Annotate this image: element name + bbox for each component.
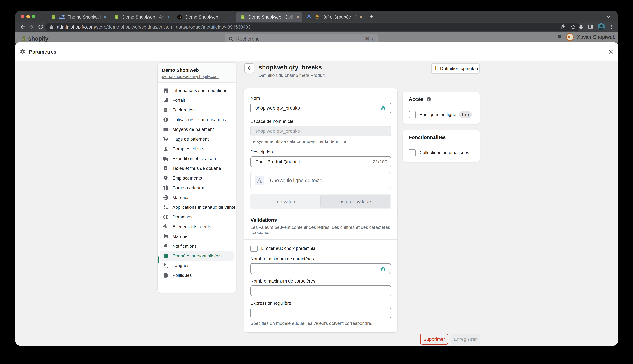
admin-user-avatar[interactable] (566, 33, 574, 41)
validations-subtitle: Les valeurs peuvent contenir des lettres… (251, 225, 391, 235)
forward-nav-icon[interactable] (28, 23, 36, 31)
svg-text:S: S (23, 37, 24, 40)
shop-domain-link[interactable]: demo-shopiweb.myshopify.com (162, 74, 219, 79)
password-extension-icon[interactable] (379, 104, 387, 112)
one-value-segment[interactable]: Une valeur (251, 194, 320, 209)
page-title: shopiweb.qty_breaks (259, 64, 322, 71)
delete-button[interactable]: Supprimer (420, 334, 448, 344)
browser-menu-kebab-icon[interactable] (608, 24, 614, 30)
close-icon[interactable]: × (608, 48, 613, 56)
bookmark-star-icon[interactable] (570, 24, 576, 30)
value-type-segmented-control: Une valeur Liste de valeurs (251, 194, 391, 209)
browser-window: SzzZTheme Shopiweb - Thèmes×SDemo Shopiw… (15, 11, 618, 346)
limit-choices-row: Limiter aux choix prédéfinis (251, 245, 391, 252)
tab-sleeping-icon: zzZ (59, 14, 65, 20)
domains-icon (163, 214, 169, 220)
sidebar-item-evenements-clients[interactable]: Événements clients (160, 222, 234, 232)
gear-icon (19, 49, 26, 55)
browser-tab[interactable]: SDemo Shopiweb× (173, 12, 236, 22)
svg-text:$: $ (165, 108, 166, 111)
shop-name: Demo Shopiweb (162, 68, 232, 73)
list-of-values-segment[interactable]: Liste de valeurs (320, 195, 390, 208)
max-chars-input[interactable] (251, 285, 391, 296)
regex-help: Spécifiez un modèle auquel les valeurs d… (251, 321, 391, 326)
description-input[interactable]: Pack Produit Quantité 21/100 (251, 156, 391, 167)
sidebar-item-emplacements[interactable]: Emplacements (160, 173, 234, 183)
sidebar-item-marches[interactable]: Marchés (160, 193, 234, 202)
limit-choices-label: Limiter aux choix prédéfinis (261, 246, 315, 251)
browser-toolbar: admin.shopify.com/store/demo-shopiweb/se… (15, 22, 618, 32)
taxes-icon: % (163, 166, 169, 171)
svg-text:S: S (116, 16, 117, 18)
brand-icon (163, 234, 169, 240)
tab-close-icon[interactable]: × (166, 14, 170, 20)
sidebar-item-politiques[interactable]: Politiques (160, 270, 234, 280)
tab-title: Demo Shopiweb - Accueil · Sho (122, 14, 165, 20)
back-button[interactable] (244, 63, 254, 73)
sidebar-item-informations-sur-la-boutique[interactable]: Informations sur la boutique (160, 86, 234, 96)
extensions-puzzle-icon[interactable] (578, 24, 584, 30)
description-counter: 21/100 (373, 159, 387, 164)
browser-tab[interactable]: SDemo Shopiweb - Accueil · Sho× (110, 12, 173, 22)
browser-tab[interactable]: SDemo Shopiweb - Définitions d× (236, 12, 302, 22)
browser-tab[interactable]: SzzZTheme Shopiweb - Thèmes× (47, 12, 110, 22)
info-icon[interactable] (426, 96, 431, 102)
online-store-checkbox[interactable] (409, 111, 416, 118)
url-bar[interactable]: admin.shopify.com/store/demo-shopiweb/se… (45, 23, 580, 31)
content-type-box: A Une seule ligne de texte (251, 172, 391, 189)
tab-close-icon[interactable]: × (230, 14, 233, 20)
close-window-button[interactable] (21, 15, 24, 18)
share-icon[interactable] (560, 24, 566, 30)
save-button[interactable]: Enregistrer (451, 334, 480, 344)
admin-user-name[interactable]: Xavier Shopiweb (577, 34, 615, 40)
pinned-definition-label: Définition épinglée (440, 66, 478, 71)
reload-icon[interactable] (37, 23, 45, 31)
sidebar-item-cartes-cadeaux[interactable]: Cartes-cadeaux (160, 183, 234, 193)
min-chars-input[interactable] (251, 263, 391, 274)
sidebar-item-expedition-et-livraison[interactable]: Expédition et livraison (160, 154, 234, 164)
password-extension-icon[interactable] (379, 264, 387, 273)
browser-profile-avatar[interactable] (597, 23, 605, 30)
back-nav-icon[interactable] (18, 23, 26, 31)
zoom-window-button[interactable] (32, 15, 35, 18)
admin-search-bar[interactable]: Recherche ⌘ K (225, 34, 377, 42)
sidebar-item-facturation[interactable]: $Facturation (160, 105, 234, 115)
sidebar-item-langues[interactable]: ALangues (160, 261, 234, 270)
pinned-definition-button[interactable]: Définition épinglée (431, 63, 480, 74)
namespace-label: Espace de nom et clé (251, 119, 391, 124)
features-title: Fonctionnalités (409, 134, 446, 140)
tab-search-chevron-icon[interactable] (606, 14, 611, 20)
min-chars-label: Nombre minimum de caractères (251, 256, 391, 262)
sidebar-item-applications-et-canaux-de-vente[interactable]: Applications et canaux de vente (160, 202, 234, 212)
sidebar-item-marque[interactable]: Marque (160, 232, 234, 241)
tab-title: Offre Groupée - Thème Sho (323, 14, 358, 20)
notifications-bell-icon[interactable] (556, 34, 563, 40)
browser-tab[interactable]: Offre Groupée - Thème Sho× (302, 12, 365, 22)
sidebar-item-forfait[interactable]: Forfait (160, 96, 234, 105)
features-card: Fonctionnalités Collections automatisées (403, 130, 480, 162)
sidebar-item-notifications[interactable]: Notifications (160, 241, 234, 251)
sidebar-item-moyens-de-paiement[interactable]: Moyens de paiement (160, 124, 234, 134)
regex-input[interactable] (251, 308, 391, 318)
sidebar-item-donnees-personnalisees[interactable]: Données personnalisées (160, 251, 234, 261)
sidebar-item-page-de-paiement[interactable]: Page de paiement (160, 134, 234, 144)
sidebar-item-domaines[interactable]: Domaines (160, 212, 234, 222)
tab-close-icon[interactable]: × (296, 14, 299, 20)
online-store-label: Boutiques en ligne (419, 112, 456, 117)
new-tab-button[interactable]: + (368, 13, 375, 20)
sidebar-item-taxes-et-frais-de-douane[interactable]: %Taxes et frais de douane (160, 164, 234, 173)
page-subtitle: Définition du champ méta Produit (259, 73, 325, 78)
shopify-bag-icon: S (114, 14, 119, 20)
tab-close-icon[interactable]: × (104, 14, 107, 20)
name-input[interactable]: shopiweb.qty_breaks (251, 102, 391, 113)
limit-choices-checkbox[interactable] (251, 245, 258, 252)
auto-collections-checkbox[interactable] (409, 149, 416, 156)
content-type-label: Une seule ligne de texte (270, 178, 322, 183)
minimize-window-button[interactable] (26, 15, 30, 18)
auto-collections-label: Collections automatisées (419, 150, 469, 155)
sidebar-item-comptes-clients[interactable]: Comptes clients (160, 144, 234, 154)
tab-close-icon[interactable]: × (359, 14, 362, 20)
sidebar-item-utilisateurs-et-autorisations[interactable]: Utilisateurs et autorisations (160, 115, 234, 124)
side-panel-icon[interactable] (588, 24, 594, 30)
tab-strip: SzzZTheme Shopiweb - Thèmes×SDemo Shopiw… (15, 11, 618, 22)
